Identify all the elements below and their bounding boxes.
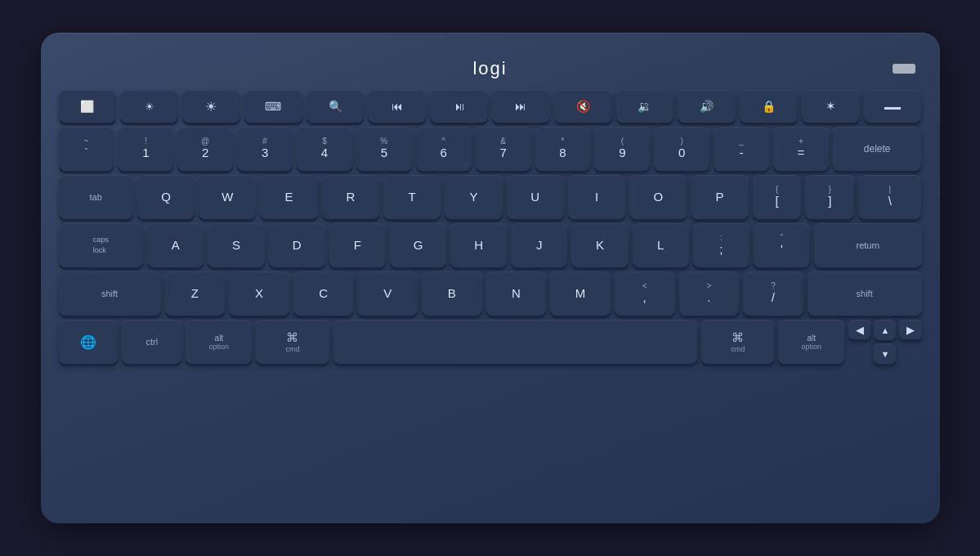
key-t[interactable]: T: [383, 175, 441, 219]
key-n[interactable]: N: [486, 271, 547, 316]
key-j[interactable]: J: [511, 223, 567, 267]
key-arrow-right[interactable]: ▶: [899, 320, 921, 339]
key-shift-left[interactable]: shift: [59, 271, 161, 316]
key-quote[interactable]: " ': [754, 223, 810, 267]
battery-indicator: [893, 64, 915, 74]
key-brightness-down[interactable]: ☀: [120, 90, 178, 123]
num-row: ~ ` ! 1 @ 2 # 3 $ 4 % 5: [59, 127, 922, 171]
key-m[interactable]: M: [550, 271, 611, 316]
key-delete[interactable]: delete: [833, 127, 922, 171]
key-4[interactable]: $ 4: [297, 127, 352, 171]
key-3[interactable]: # 3: [237, 127, 293, 171]
key-equals[interactable]: + =: [773, 127, 829, 171]
key-l[interactable]: L: [633, 223, 689, 267]
key-a[interactable]: A: [147, 223, 204, 267]
key-cmd-right[interactable]: ⌘ cmd: [701, 320, 774, 364]
key-keyboard[interactable]: ⌨: [244, 90, 302, 123]
keyboard-body: ⬜ ☀ ☀ ⌨ 🔍 ⏮ ⏯ ⏭ 🔇 🔉 🔊 🔒 ✶ ▬▬ ~ ` ! 1: [59, 90, 922, 364]
key-open-bracket[interactable]: { [: [753, 175, 802, 219]
key-z[interactable]: Z: [165, 271, 226, 316]
key-caps-lock[interactable]: capslock: [59, 223, 144, 267]
key-battery-fn[interactable]: ▬▬: [864, 90, 922, 123]
key-c[interactable]: C: [293, 271, 354, 316]
key-9[interactable]: ( 9: [594, 127, 650, 171]
key-v[interactable]: V: [357, 271, 418, 316]
key-space[interactable]: [333, 320, 698, 364]
key-arrow-up[interactable]: ▲: [874, 320, 896, 340]
key-y[interactable]: Y: [445, 175, 502, 219]
key-slash[interactable]: ? /: [743, 271, 803, 316]
key-q[interactable]: Q: [137, 175, 195, 219]
key-arrow-down[interactable]: ▼: [874, 343, 896, 364]
key-w[interactable]: W: [199, 175, 256, 219]
key-f[interactable]: F: [329, 223, 386, 267]
key-mute[interactable]: 🔇: [554, 90, 612, 123]
key-minus[interactable]: _ -: [714, 127, 769, 171]
key-rewind[interactable]: ⏮: [368, 90, 426, 123]
key-6[interactable]: ^ 6: [416, 127, 472, 171]
key-alt-right[interactable]: alt option: [778, 320, 844, 364]
key-arrow-left[interactable]: ◀: [848, 320, 870, 339]
key-vol-down[interactable]: 🔉: [616, 90, 674, 123]
key-bluetooth[interactable]: ✶: [802, 90, 860, 123]
key-backtick[interactable]: ~ `: [59, 127, 114, 171]
key-cmd-left[interactable]: ⌘ cmd: [256, 320, 329, 364]
bottom-row: 🌐 ctrl alt option ⌘ cmd ⌘ cmd: [59, 320, 922, 364]
asdf-row: capslock A S D F G H J K L : ; " ' retur…: [59, 223, 922, 267]
key-h[interactable]: H: [450, 223, 507, 267]
key-home[interactable]: ⬜: [59, 90, 117, 123]
qwerty-row: tab Q W E R T Y U I O P { [ } ] | \: [59, 175, 922, 219]
zxcv-row: shift Z X C V B N M < , > . ? / shift: [59, 271, 922, 316]
key-o[interactable]: O: [629, 175, 687, 219]
key-close-bracket[interactable]: } ]: [805, 175, 854, 219]
key-5[interactable]: % 5: [356, 127, 412, 171]
key-p[interactable]: P: [691, 175, 748, 219]
key-globe[interactable]: 🌐: [59, 320, 119, 364]
key-i[interactable]: I: [568, 175, 625, 219]
key-tab[interactable]: tab: [59, 175, 133, 219]
key-s[interactable]: S: [208, 223, 264, 267]
key-8[interactable]: * 8: [535, 127, 591, 171]
key-d[interactable]: D: [269, 223, 325, 267]
key-x[interactable]: X: [229, 271, 289, 316]
brand-logo: logi: [472, 58, 507, 79]
key-vol-up[interactable]: 🔊: [678, 90, 736, 123]
key-search[interactable]: 🔍: [307, 90, 365, 123]
key-return[interactable]: return: [814, 223, 921, 267]
logo-area: logi: [59, 47, 922, 90]
key-r[interactable]: R: [322, 175, 379, 219]
key-comma[interactable]: < ,: [615, 271, 675, 316]
key-alt-left[interactable]: alt option: [186, 320, 252, 364]
key-7[interactable]: & 7: [476, 127, 531, 171]
key-u[interactable]: U: [507, 175, 564, 219]
key-ctrl[interactable]: ctrl: [122, 320, 181, 364]
key-2[interactable]: @ 2: [177, 127, 233, 171]
keyboard: logi ⬜ ☀ ☀ ⌨ 🔍 ⏮ ⏯ ⏭ 🔇 🔉 🔊 🔒 ✶ ▬▬ ~ `: [41, 33, 940, 523]
key-1[interactable]: ! 1: [118, 127, 173, 171]
key-period[interactable]: > .: [679, 271, 740, 316]
key-play-pause[interactable]: ⏯: [430, 90, 488, 123]
key-fast-forward[interactable]: ⏭: [492, 90, 550, 123]
key-brightness-up[interactable]: ☀: [182, 90, 240, 123]
key-b[interactable]: B: [422, 271, 482, 316]
key-semicolon[interactable]: : ;: [693, 223, 750, 267]
key-k[interactable]: K: [571, 223, 628, 267]
key-0[interactable]: ) 0: [654, 127, 709, 171]
arrow-cluster: ◀ ▲ ▼ ▶: [848, 320, 921, 364]
key-lock[interactable]: 🔒: [740, 90, 798, 123]
key-g[interactable]: G: [390, 223, 446, 267]
key-backslash[interactable]: | \: [858, 175, 921, 219]
fn-row: ⬜ ☀ ☀ ⌨ 🔍 ⏮ ⏯ ⏭ 🔇 🔉 🔊 🔒 ✶ ▬▬: [59, 90, 922, 123]
key-shift-right[interactable]: shift: [808, 271, 922, 316]
key-e[interactable]: E: [260, 175, 317, 219]
